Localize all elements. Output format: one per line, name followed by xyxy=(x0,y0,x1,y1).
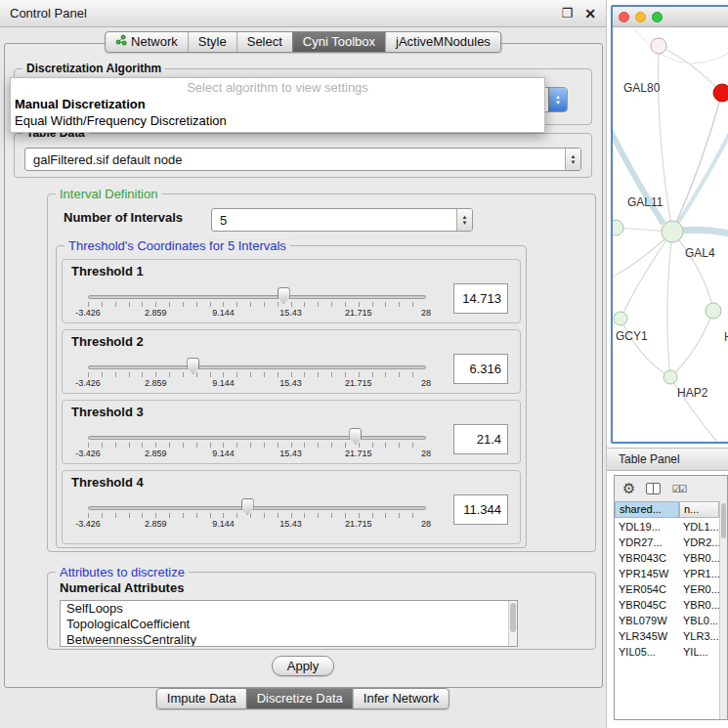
table-header-row: shared... n... xyxy=(615,501,719,518)
threshold-4-slider[interactable]: -3.4262.8599.14415.4321.71528 xyxy=(88,498,426,534)
table-row[interactable]: YDR27...YDR2... xyxy=(615,535,719,550)
threshold-2-box: Threshold 2 -3.4262.8599.14415.4321.7152… xyxy=(62,329,521,394)
network-graph: GAL80GAL11GAL4GCY1HHAP2 xyxy=(613,27,728,444)
close-panel-icon[interactable]: ✕ xyxy=(584,6,596,21)
control-panel-titlebar: Control Panel ❐ ✕ xyxy=(0,0,606,27)
attribute-items: SelfLoopsTopologicalCoefficientBetweenne… xyxy=(61,601,517,647)
network-node[interactable] xyxy=(614,312,627,325)
slider-scale-labels: -3.4262.8599.14415.4321.71528 xyxy=(88,519,426,531)
number-of-intervals-value: 5 xyxy=(212,209,456,231)
control-panel: Control Panel ❐ ✕ Network Style Select C… xyxy=(0,0,607,728)
tab-cyni-toolbox[interactable]: Cyni Toolbox xyxy=(292,32,385,52)
table-row[interactable]: YDL19...YDL1... xyxy=(615,519,719,535)
scrollbar-thumb[interactable] xyxy=(510,603,516,632)
gear-icon[interactable]: ⚙ xyxy=(622,480,635,497)
tab-style[interactable]: Style xyxy=(188,32,236,52)
close-window-button[interactable] xyxy=(619,12,629,22)
attribute-list-item[interactable]: BetweennessCentrality xyxy=(61,632,517,647)
attributes-scrollbar[interactable] xyxy=(508,601,517,646)
network-edge[interactable] xyxy=(670,311,713,377)
network-node[interactable] xyxy=(651,38,666,54)
algorithm-option-equal-width[interactable]: Equal Width/Frequency Discretization xyxy=(11,112,544,129)
table-data-group: Table Data galFiltered.sif default node … xyxy=(14,133,592,178)
table-rows: YDL19...YDL1...YDR27...YDR2...YBR043CYBR… xyxy=(615,519,719,719)
network-node[interactable] xyxy=(706,303,721,319)
panel-title: Control Panel xyxy=(10,6,87,21)
threshold-1-slider[interactable]: -3.4262.8599.14415.4321.71528 xyxy=(88,287,426,322)
network-edge[interactable] xyxy=(624,27,728,64)
network-edge[interactable] xyxy=(621,232,672,319)
number-of-intervals-combobox[interactable]: 5 ▲ ▼ xyxy=(211,208,473,232)
interval-definition-group-label: Interval Definition xyxy=(56,187,161,201)
slider-scale-labels: -3.4262.8599.14415.4321.71528 xyxy=(88,308,426,320)
apply-button[interactable]: Apply xyxy=(272,656,334,676)
tab-select[interactable]: Select xyxy=(236,32,292,52)
threshold-3-value-field[interactable]: 21.4 xyxy=(453,424,508,454)
float-panel-icon[interactable]: ❐ xyxy=(562,6,574,21)
network-node-label: GAL11 xyxy=(627,195,664,209)
tab-jactivemnodules[interactable]: jActiveMNodules xyxy=(385,32,500,52)
table-panel-header[interactable]: Table Panel xyxy=(607,448,728,471)
threshold-4-value-field[interactable]: 11.344 xyxy=(453,494,508,525)
algorithm-option-manual[interactable]: Manual Discretization xyxy=(11,96,544,112)
attributes-group-label: Attributes to discretize xyxy=(56,565,189,579)
attribute-list-item[interactable]: SelfLoops xyxy=(61,601,517,617)
columns-icon[interactable] xyxy=(646,483,661,494)
network-view-window[interactable]: GAL80GAL11GAL4GCY1HHAP2 xyxy=(611,5,728,444)
slider-track[interactable] xyxy=(88,295,426,299)
table-row[interactable]: YLR345WYLR3... xyxy=(615,628,719,644)
tab-impute-data[interactable]: Impute Data xyxy=(157,689,246,708)
threshold-2-value-field[interactable]: 6.316 xyxy=(453,354,508,384)
attribute-list-item[interactable]: TopologicalCoefficient xyxy=(61,617,517,632)
numerical-attributes-list[interactable]: SelfLoopsTopologicalCoefficientBetweenne… xyxy=(60,600,518,647)
tab-network[interactable]: Network xyxy=(106,32,188,52)
network-node-label: H xyxy=(724,330,728,344)
table-scrollbar[interactable] xyxy=(719,501,727,719)
node-table-window: ⚙ ☑☑ shared... n... YDL19...YDL1...YDR27… xyxy=(614,475,728,720)
slider-track[interactable] xyxy=(88,506,426,510)
slider-ticks xyxy=(88,302,426,307)
threshold-3-slider[interactable]: -3.4262.8599.14415.4321.71528 xyxy=(88,428,426,463)
network-node-label: GCY1 xyxy=(616,329,648,343)
network-node[interactable] xyxy=(662,221,683,242)
network-canvas[interactable]: GAL80GAL11GAL4GCY1HHAP2 xyxy=(613,27,728,442)
table-row[interactable]: YER054CYER0... xyxy=(615,581,719,597)
combo-stepper-icon[interactable]: ▲ ▼ xyxy=(548,88,567,111)
network-window-titlebar xyxy=(613,7,728,27)
tab-discretize-data[interactable]: Discretize Data xyxy=(246,689,353,708)
algorithm-dropdown-popup: Select algorithm to view settings Manual… xyxy=(10,77,545,133)
threshold-4-box: Threshold 4 -3.4262.8599.14415.4321.7152… xyxy=(62,470,521,544)
scrollbar-thumb[interactable] xyxy=(721,503,726,538)
threshold-1-box: Threshold 1 -3.4262.8599.14415.4321.7152… xyxy=(62,259,521,323)
minimize-window-button[interactable] xyxy=(635,12,646,22)
network-edge[interactable] xyxy=(672,232,713,311)
slider-track[interactable] xyxy=(88,365,426,369)
table-row[interactable]: YBR045CYBR0... xyxy=(615,597,719,613)
tab-infer-network[interactable]: Infer Network xyxy=(353,689,449,708)
column-header-shared-name[interactable]: shared... xyxy=(615,501,679,518)
network-edge[interactable] xyxy=(613,232,672,283)
network-node[interactable] xyxy=(713,84,728,102)
combo-stepper-icon[interactable]: ▲ ▼ xyxy=(456,209,472,231)
threshold-1-value-field[interactable]: 14.713 xyxy=(453,283,508,314)
slider-track[interactable] xyxy=(88,436,426,440)
table-row[interactable]: YPR145WYPR1... xyxy=(615,566,719,581)
network-edge[interactable] xyxy=(659,46,722,93)
threshold-2-slider[interactable]: -3.4262.8599.14415.4321.71528 xyxy=(88,358,426,393)
network-node[interactable] xyxy=(613,220,623,236)
network-node[interactable] xyxy=(664,370,677,384)
threshold-coordinates-group-label: Threshold's Coordinates for 5 Intervals xyxy=(64,238,290,253)
table-row[interactable]: YBR043CYBR0... xyxy=(615,550,719,566)
attributes-group: Attributes to discretize Numerical Attri… xyxy=(47,572,596,650)
table-row[interactable]: YBL079WYBL0... xyxy=(615,613,719,628)
select-columns-icon[interactable]: ☑☑ xyxy=(671,484,685,494)
table-row[interactable]: YIL05...YIL... xyxy=(615,644,719,660)
column-header-name[interactable]: n... xyxy=(679,501,719,518)
network-edge[interactable] xyxy=(667,232,672,377)
zoom-window-button[interactable] xyxy=(652,12,663,22)
table-data-combobox[interactable]: galFiltered.sif default node ▲ ▼ xyxy=(24,148,581,171)
network-edge[interactable] xyxy=(621,319,670,377)
network-tab-icon xyxy=(115,32,127,52)
slider-ticks xyxy=(88,443,426,448)
combo-stepper-icon[interactable]: ▲ ▼ xyxy=(565,149,580,170)
